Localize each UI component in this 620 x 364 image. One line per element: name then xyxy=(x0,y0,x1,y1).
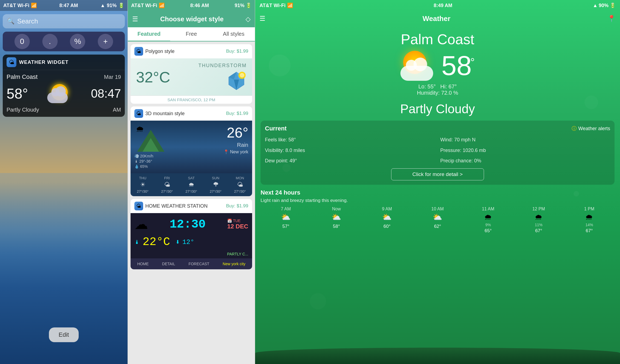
panel2-status-bar: AT&T Wi-Fi 📶 8:46 AM 91% 🔋 xyxy=(128,0,255,11)
edit-button[interactable]: Edit xyxy=(49,327,79,342)
p3-status-left: AT&T Wi-Fi 📶 xyxy=(259,2,293,8)
p3-menu-icon[interactable]: ☰ xyxy=(259,15,265,22)
mountain-temp: 26° xyxy=(223,124,248,141)
widget-header: 🌤 WEATHER WIDGET xyxy=(3,55,125,70)
p3-temperature: 58° xyxy=(441,50,475,81)
p3-temp-unit: ° xyxy=(470,56,475,68)
thermometer-hs-icon: 🌡 xyxy=(134,239,140,245)
alert-icon: ⓘ xyxy=(572,125,577,132)
mountain-style-card[interactable]: 🌤 3D mountain style Buy: $1.99 🌧 💨 20Km/… xyxy=(131,106,252,196)
svg-point-5 xyxy=(240,73,244,77)
hour-12pm-icon: 🌧 xyxy=(535,213,542,222)
hour-now-icon: ⛅ xyxy=(332,213,341,222)
mountain-icon: 🌤 xyxy=(134,109,143,118)
wind-stat: 💨 20Km/h xyxy=(134,154,167,158)
p3-feels-like: Feels like: 58° xyxy=(265,135,435,144)
widget-app-icon: 🌤 xyxy=(7,57,16,67)
calc-btn-percent[interactable]: % xyxy=(70,34,85,49)
p3-stats-grid: Feels like: 58° Wind: 70 mph N Visibilit… xyxy=(265,135,610,165)
forecast-day-sun: SUN 🌩 27°/30° xyxy=(210,176,222,193)
calc-btn-dot[interactable]: . xyxy=(42,34,58,49)
hs-nav-detail[interactable]: DETAIL xyxy=(160,261,177,267)
polygon-gem-shape xyxy=(226,71,247,91)
hs-partly-cloudy: PARTLY C... xyxy=(131,252,252,258)
polygon-name: Polygon style xyxy=(145,49,175,54)
p3-wifi-icon: 📶 xyxy=(287,2,293,8)
polygon-style-card[interactable]: 🌤 Polygon style Buy: $1.99 32°C THUNDERS… xyxy=(131,44,252,104)
p3-next24-title: Next 24 hours xyxy=(261,189,615,196)
mountain-left: 🌧 💨 20Km/h 🌡 29°-36° 💧 xyxy=(134,124,167,169)
mountain-scene: 🌧 xyxy=(134,124,167,152)
detail-button[interactable]: Click for more detail > xyxy=(391,168,484,180)
hs-bottom-row: 🌡 22°C ⬇ 12° xyxy=(131,235,252,252)
mountain-card-left: 🌤 3D mountain style xyxy=(134,109,185,118)
temp-range-val: 29°-36° xyxy=(139,159,152,163)
p3-title: Weather xyxy=(265,14,607,23)
mountain-right: 26° Rain 📍 New york xyxy=(223,124,248,154)
panel2-screen: AT&T Wi-Fi 📶 8:46 AM 91% 🔋 ☰ Choose widg… xyxy=(128,0,255,364)
widget-condition: Partly Cloudy xyxy=(7,107,39,113)
mountain-condition: Rain xyxy=(223,142,248,148)
p2-battery-icon: 🔋 xyxy=(246,2,252,8)
home-station-preview: ☁ 12:30 📅 TUE 12 DEC 🌡 22°C xyxy=(131,213,252,258)
p2-status-right: 91% 🔋 xyxy=(235,2,252,8)
p3-hourly-forecast: 7 AM ⛅ 57° Now ⛅ 58° 9 AM ⛅ 60° xyxy=(261,207,615,234)
hour-7am-icon: ⛅ xyxy=(281,213,291,222)
mon-weather-icon: 🌤 xyxy=(237,181,243,188)
mountain-price: Buy: $1.99 xyxy=(226,111,248,116)
search-bar[interactable]: 🔍 Search xyxy=(3,14,125,28)
hour-now: Now ⛅ 58° xyxy=(311,207,362,234)
p3-lo-hi: Lo: 55° Hi: 67° xyxy=(261,83,615,90)
mountain-location: 📍 New york xyxy=(223,149,248,154)
menu-icon[interactable]: ☰ xyxy=(132,15,138,23)
wind-val: 20Km/h xyxy=(140,154,153,158)
gem-icon[interactable]: ◇ xyxy=(246,15,250,23)
panel2-header: ☰ Choose widget style ◇ xyxy=(128,11,255,27)
calendar-icon: 📅 xyxy=(227,219,232,223)
fri-weather-icon: 🌤 xyxy=(164,181,170,188)
polygon-location: SAN FRANCISCO, 12 PM xyxy=(131,96,252,104)
panel3-status-bar: AT&T Wi-Fi 📶 8:49 AM ▲ 90% 🔋 xyxy=(255,0,620,11)
p3-next24-description: Light rain and breezy starting this even… xyxy=(261,198,615,203)
forecast-day-thu: THU ☀ 27°/30° xyxy=(137,176,149,193)
hs-clock: 12:30 xyxy=(170,217,206,231)
carrier-text: AT&T Wi-Fi xyxy=(3,3,29,8)
calc-btn-0[interactable]: 0 xyxy=(14,34,30,49)
home-station-card[interactable]: 🌤 HOME WEATHER STATION Buy: $1.99 ☁ 12:3… xyxy=(131,199,252,269)
tab-free[interactable]: Free xyxy=(170,27,212,41)
hs-top-row: ☁ 12:30 📅 TUE 12 DEC xyxy=(131,213,252,235)
tab-featured[interactable]: Featured xyxy=(128,27,170,41)
p3-weather-alerts[interactable]: ⓘ Weather alerts xyxy=(572,125,610,132)
p3-condition: Partly Cloudy xyxy=(261,102,615,116)
home-station-header: 🌤 HOME WEATHER STATION Buy: $1.99 xyxy=(131,199,252,213)
polygon-card-left: 🌤 Polygon style xyxy=(134,47,175,56)
calc-btn-plus[interactable]: + xyxy=(98,34,113,49)
p2-time: 8:46 AM xyxy=(190,3,209,8)
p3-precip: Precip chance: 0% xyxy=(440,156,610,165)
hour-12pm: 12 PM 🌧 11% 67° xyxy=(513,207,564,234)
hour-9am: 9 AM ⛅ 60° xyxy=(362,207,412,234)
humidity-stat: 💧 65% xyxy=(134,164,167,169)
hour-10am-icon: ⛅ xyxy=(433,213,442,222)
mountain-card-header: 🌤 3D mountain style Buy: $1.99 xyxy=(131,106,252,121)
tab-all-styles[interactable]: All styles xyxy=(212,27,255,41)
p2-battery: 91% xyxy=(235,3,244,8)
hour-1pm-icon: 🌧 xyxy=(585,213,593,222)
calculator-row: 0 . % + xyxy=(3,32,125,51)
search-icon: 🔍 xyxy=(7,18,14,25)
hs-nav-forecast[interactable]: FORECAST xyxy=(186,261,211,267)
p3-dew-point: Dew point: 49° xyxy=(265,156,435,165)
p3-battery-icon: 🔋 xyxy=(610,2,616,8)
p3-city-name: Palm Coast xyxy=(261,32,615,47)
hs-time-display: 12:30 xyxy=(170,217,206,231)
battery-text: 91% xyxy=(107,3,117,8)
cloud-shape xyxy=(47,92,68,103)
home-station-icon: 🌤 xyxy=(134,202,143,210)
polygon-condition: THUNDERSTORM xyxy=(198,63,247,68)
hs-day-label: TUE xyxy=(233,219,241,223)
hs-nav-home[interactable]: HOME xyxy=(135,261,151,267)
mountain-forecast: THU ☀ 27°/30° FRI 🌤 27°/30° SAT 🌧 27°/30… xyxy=(131,173,252,196)
p3-location-icon[interactable]: 📍 xyxy=(607,15,616,22)
p3-humidity: Humidity: 72.0 % xyxy=(261,90,615,96)
panel2-title: Choose widget style xyxy=(138,15,246,23)
